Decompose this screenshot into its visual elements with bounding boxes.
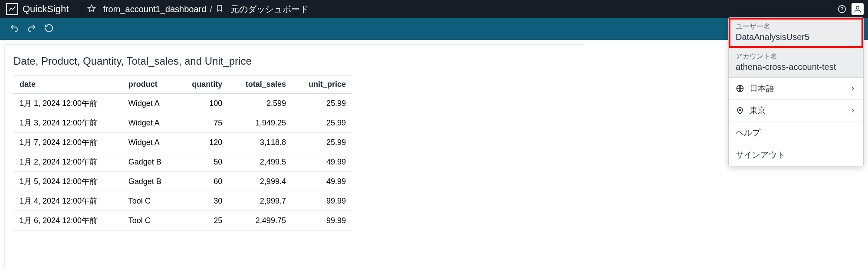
star-outline-icon[interactable] (87, 4, 96, 15)
cell-unit_price: 99.99 (292, 211, 352, 230)
user-menu-language[interactable]: 日本語 (729, 78, 863, 100)
user-menu-account-section: アカウント名 athena-cross-account-test (729, 48, 863, 78)
cell-date: 1月 3, 2024 12:00午前 (13, 113, 122, 133)
cell-date: 1月 4, 2024 12:00午前 (13, 191, 122, 211)
cell-total_sales: 1,949.25 (228, 113, 292, 133)
table-row[interactable]: 1月 3, 2024 12:00午前Widget A751,949.2525.9… (13, 113, 352, 133)
cell-total_sales: 2,999.4 (228, 172, 292, 191)
breadcrumb-separator: / (210, 4, 212, 14)
visual-title: Date, Product, Quantity, Total_sales, an… (13, 55, 574, 67)
language-value: 日本語 (750, 83, 774, 94)
col-unit-price[interactable]: unit_price (292, 76, 352, 94)
top-header: QuickSight from_account1_dashboard / 元のダ… (0, 0, 868, 18)
chevron-right-icon (849, 107, 856, 114)
username-label: ユーザー名 (736, 22, 856, 31)
cell-date: 1月 2, 2024 12:00午前 (13, 152, 122, 172)
table-header-row: date product quantity total_sales unit_p… (13, 76, 352, 94)
visual-card: Date, Product, Quantity, Total_sales, an… (4, 44, 583, 268)
cell-quantity: 75 (177, 113, 229, 133)
cell-total_sales: 2,999.7 (228, 191, 292, 211)
cell-date: 1月 1, 2024 12:00午前 (13, 94, 122, 113)
cell-unit_price: 25.99 (292, 113, 352, 133)
brand-name[interactable]: QuickSight (23, 3, 69, 15)
cell-product: Widget A (122, 94, 177, 113)
cell-date: 1月 5, 2024 12:00午前 (13, 172, 122, 191)
cell-quantity: 30 (177, 191, 229, 211)
quicksight-logo-icon (6, 3, 18, 15)
user-menu-username-section: ユーザー名 DataAnalysisUser5 (729, 18, 863, 48)
user-menu-button[interactable] (852, 3, 864, 15)
undo-icon[interactable] (10, 23, 19, 35)
account-value: athena-cross-account-test (736, 62, 856, 72)
region-value: 東京 (750, 105, 766, 116)
cell-quantity: 50 (177, 152, 229, 172)
help-label: ヘルプ (736, 127, 760, 138)
table-row[interactable]: 1月 4, 2024 12:00午前Tool C302,999.799.99 (13, 191, 352, 211)
cell-total_sales: 2,499.5 (228, 152, 292, 172)
table-row[interactable]: 1月 1, 2024 12:00午前Widget A1002,59925.99 (13, 94, 352, 113)
breadcrumb-dashboard-name[interactable]: 元のダッシュボード (230, 3, 309, 15)
cell-product: Tool C (122, 211, 177, 230)
col-date[interactable]: date (13, 76, 122, 94)
svg-point-3 (856, 6, 859, 9)
cell-total_sales: 3,118.8 (228, 133, 292, 152)
signout-label: サインアウト (736, 149, 785, 161)
col-quantity[interactable]: quantity (177, 76, 229, 94)
cell-quantity: 60 (177, 172, 229, 191)
cell-quantity: 100 (177, 94, 229, 113)
username-value: DataAnalysisUser5 (736, 32, 856, 42)
chevron-right-icon (849, 85, 856, 92)
svg-marker-0 (88, 5, 95, 11)
cell-unit_price: 99.99 (292, 191, 352, 211)
data-table: date product quantity total_sales unit_p… (13, 75, 352, 230)
redo-icon[interactable] (27, 23, 36, 35)
cell-total_sales: 2,499.75 (228, 211, 292, 230)
cell-product: Tool C (122, 191, 177, 211)
cell-unit_price: 25.99 (292, 133, 352, 152)
cell-unit_price: 25.99 (292, 94, 352, 113)
breadcrumb: from_account1_dashboard / 元のダッシュボード (87, 3, 309, 15)
cell-product: Gadget B (122, 172, 177, 191)
cell-date: 1月 7, 2024 12:00午前 (13, 133, 122, 152)
cell-quantity: 120 (177, 133, 229, 152)
user-menu-help[interactable]: ヘルプ (729, 122, 863, 144)
user-menu-signout[interactable]: サインアウト (729, 144, 863, 166)
cell-unit_price: 49.99 (292, 152, 352, 172)
user-menu: ユーザー名 DataAnalysisUser5 アカウント名 athena-cr… (728, 17, 864, 166)
svg-point-2 (842, 11, 842, 11)
table-row[interactable]: 1月 7, 2024 12:00午前Widget A1203,118.825.9… (13, 133, 352, 152)
table-row[interactable]: 1月 2, 2024 12:00午前Gadget B502,499.549.99 (13, 152, 352, 172)
cell-product: Widget A (122, 113, 177, 133)
cell-date: 1月 6, 2024 12:00午前 (13, 211, 122, 230)
col-total-sales[interactable]: total_sales (228, 76, 292, 94)
reset-icon[interactable] (44, 23, 54, 35)
svg-point-5 (739, 109, 741, 111)
help-icon[interactable] (836, 3, 848, 15)
cell-unit_price: 49.99 (292, 172, 352, 191)
cell-quantity: 25 (177, 211, 229, 230)
breadcrumb-dashboard-group[interactable]: from_account1_dashboard (103, 4, 206, 14)
cell-product: Widget A (122, 133, 177, 152)
table-row[interactable]: 1月 5, 2024 12:00午前Gadget B602,999.449.99 (13, 172, 352, 191)
divider (81, 3, 81, 15)
table-row[interactable]: 1月 6, 2024 12:00午前Tool C252,499.7599.99 (13, 211, 352, 230)
account-label: アカウント名 (736, 52, 856, 61)
user-menu-region[interactable]: 東京 (729, 100, 863, 122)
cell-product: Gadget B (122, 152, 177, 172)
bookmark-outline-icon[interactable] (216, 4, 224, 14)
cell-total_sales: 2,599 (228, 94, 292, 113)
location-pin-icon (736, 106, 744, 115)
col-product[interactable]: product (122, 76, 177, 94)
globe-icon (736, 84, 744, 93)
